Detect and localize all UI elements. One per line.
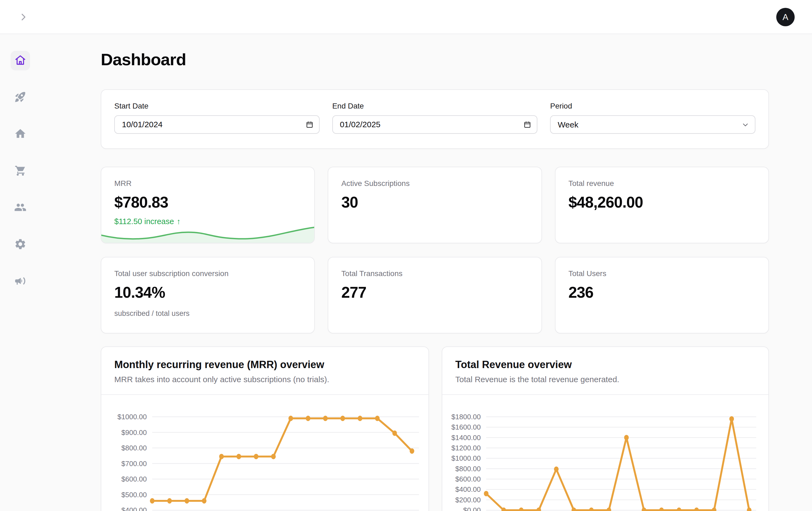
stat-card-total-transactions: Total Transactions 277 bbox=[328, 257, 542, 333]
main-content: Dashboard Start Date End Date bbox=[40, 34, 812, 511]
filter-card: Start Date End Date bbox=[101, 89, 769, 149]
arrow-up-icon: ↑ bbox=[177, 217, 181, 226]
stat-label: Total Users bbox=[569, 269, 755, 278]
mrr-line-chart: $400.00$500.00$600.00$700.00$800.00$900.… bbox=[101, 395, 429, 511]
svg-text:$1200.00: $1200.00 bbox=[452, 444, 481, 452]
stat-card-total-users: Total Users 236 bbox=[555, 257, 769, 333]
topbar: A bbox=[0, 0, 812, 34]
charts-grid: Monthly recurring revenue (MRR) overview… bbox=[101, 347, 769, 511]
sidebar-item-launch[interactable] bbox=[10, 88, 30, 107]
cart-icon bbox=[14, 164, 27, 178]
avatar[interactable]: A bbox=[776, 8, 795, 26]
svg-text:$800.00: $800.00 bbox=[121, 444, 147, 452]
page-title: Dashboard bbox=[101, 50, 769, 69]
chart-subtitle: MRR takes into account only active subsc… bbox=[114, 375, 415, 384]
start-date-field: Start Date bbox=[114, 102, 320, 134]
chart-header: Monthly recurring revenue (MRR) overview… bbox=[101, 347, 429, 395]
period-field: Period Week bbox=[550, 102, 755, 134]
stat-label: Total revenue bbox=[569, 179, 755, 188]
svg-text:$0.00: $0.00 bbox=[463, 506, 481, 511]
svg-text:$600.00: $600.00 bbox=[121, 475, 147, 483]
stat-label: Total user subscription conversion bbox=[114, 269, 301, 278]
sidebar-toggle-button[interactable] bbox=[17, 11, 30, 24]
stats-grid: MRR $780.83 $112.50 increase ↑ Active Su… bbox=[101, 167, 769, 333]
mrr-sparkline bbox=[101, 226, 314, 243]
revenue-line-chart: $0.00$200.00$400.00$600.00$800.00$1000.0… bbox=[442, 395, 768, 511]
svg-text:$1000.00: $1000.00 bbox=[452, 454, 481, 462]
end-date-input[interactable] bbox=[332, 115, 538, 134]
chart-subtitle: Total Revenue is the total revenue gener… bbox=[455, 375, 755, 384]
svg-text:$200.00: $200.00 bbox=[455, 496, 481, 504]
svg-text:$800.00: $800.00 bbox=[455, 465, 481, 473]
end-date-field: End Date bbox=[332, 102, 538, 134]
svg-text:$1400.00: $1400.00 bbox=[452, 433, 481, 442]
stat-card-conversion: Total user subscription conversion 10.34… bbox=[101, 257, 315, 333]
gear-icon bbox=[14, 238, 27, 251]
sidebar-item-properties[interactable] bbox=[10, 124, 30, 144]
stat-card-active-subscriptions: Active Subscriptions 30 bbox=[328, 167, 542, 243]
stat-label: Active Subscriptions bbox=[341, 179, 528, 188]
start-date-input[interactable] bbox=[114, 115, 320, 134]
stat-label: MRR bbox=[114, 179, 301, 188]
rocket-icon bbox=[14, 91, 27, 104]
stat-value: 30 bbox=[341, 193, 528, 211]
users-icon bbox=[14, 201, 27, 215]
avatar-initial: A bbox=[782, 12, 788, 22]
stat-value: 277 bbox=[341, 283, 528, 301]
chevron-right-icon bbox=[19, 12, 28, 23]
period-label: Period bbox=[550, 102, 755, 111]
svg-text:$500.00: $500.00 bbox=[121, 491, 147, 499]
stat-value: 236 bbox=[569, 283, 755, 301]
stat-delta: $112.50 increase ↑ bbox=[114, 217, 301, 226]
svg-text:$400.00: $400.00 bbox=[121, 506, 147, 511]
svg-text:$1800.00: $1800.00 bbox=[452, 413, 481, 421]
revenue-overview-chart-card: Total Revenue overview Total Revenue is … bbox=[442, 347, 769, 511]
sidebar-item-marketing[interactable] bbox=[10, 272, 30, 291]
svg-text:$600.00: $600.00 bbox=[455, 475, 481, 483]
mrr-overview-chart-card: Monthly recurring revenue (MRR) overview… bbox=[101, 347, 429, 511]
end-date-label: End Date bbox=[332, 102, 538, 111]
home-icon bbox=[14, 54, 27, 67]
stat-sublabel: subscribed / total users bbox=[114, 309, 301, 318]
svg-text:$400.00: $400.00 bbox=[455, 486, 481, 494]
stat-value: 10.34% bbox=[114, 283, 301, 301]
svg-text:$700.00: $700.00 bbox=[121, 459, 147, 468]
sidebar-item-users[interactable] bbox=[10, 198, 30, 218]
stat-label: Total Transactions bbox=[341, 269, 528, 278]
megaphone-icon bbox=[14, 275, 27, 288]
stat-card-total-revenue: Total revenue $48,260.00 bbox=[555, 167, 769, 243]
chart-title: Monthly recurring revenue (MRR) overview bbox=[114, 359, 415, 370]
sidebar bbox=[0, 34, 40, 511]
period-select[interactable]: Week bbox=[550, 115, 755, 134]
stat-card-mrr: MRR $780.83 $112.50 increase ↑ bbox=[101, 167, 315, 243]
sidebar-item-orders[interactable] bbox=[10, 161, 30, 181]
svg-text:$1000.00: $1000.00 bbox=[118, 413, 147, 421]
chart-header: Total Revenue overview Total Revenue is … bbox=[442, 347, 768, 395]
house-icon bbox=[14, 127, 27, 141]
chart-title: Total Revenue overview bbox=[455, 359, 755, 370]
sidebar-item-dashboard[interactable] bbox=[10, 51, 30, 70]
stat-value: $48,260.00 bbox=[569, 193, 755, 211]
start-date-label: Start Date bbox=[114, 102, 320, 111]
svg-text:$900.00: $900.00 bbox=[121, 428, 147, 437]
stat-value: $780.83 bbox=[114, 193, 301, 211]
svg-text:$1600.00: $1600.00 bbox=[452, 423, 481, 431]
sidebar-item-settings[interactable] bbox=[10, 235, 30, 254]
